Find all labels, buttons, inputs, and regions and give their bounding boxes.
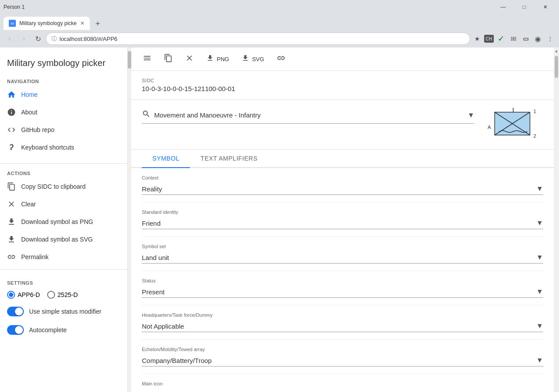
bookmark-icon[interactable]: ★: [472, 33, 482, 44]
2525d-radio[interactable]: [47, 291, 55, 299]
standard-identity-select[interactable]: Friend ▼: [142, 217, 543, 229]
standard-identity-label: Standard identity: [142, 209, 543, 215]
back-button[interactable]: ‹: [4, 33, 16, 45]
extension2-icon[interactable]: ✓: [496, 33, 506, 44]
clear-label: Clear: [21, 201, 36, 208]
nav-section: Navigation Home About GitHub repo: [0, 75, 127, 160]
png-button[interactable]: PNG: [202, 51, 233, 66]
search-dropdown-arrow[interactable]: ▼: [467, 111, 474, 119]
app-toolbar: PNG SVG: [131, 48, 554, 71]
form-section: Context Reality ▼ Standard identity Frie…: [131, 168, 554, 392]
url-icon: ⓘ: [52, 35, 57, 43]
download-png-icon: [7, 217, 16, 226]
browser-tab[interactable]: M Military symbology picke ✕: [4, 17, 90, 30]
status-label: Status: [142, 278, 543, 283]
clear-toolbar-button[interactable]: [181, 51, 198, 67]
status-select[interactable]: Present ▼: [142, 286, 543, 298]
sidc-label: SIDC: [142, 78, 543, 83]
standard-identity-arrow: ▼: [536, 219, 543, 227]
search-icon: [142, 110, 151, 121]
search-box[interactable]: ▼: [142, 107, 474, 124]
2525d-label: 2525-D: [58, 291, 78, 298]
tab-close-button[interactable]: ✕: [80, 20, 85, 26]
url-box[interactable]: ⓘ localhost:8080/#/APP6: [46, 33, 470, 45]
symbol-preview-area: A 1 2: [481, 107, 543, 142]
search-input[interactable]: [154, 111, 464, 119]
symbol-set-arrow: ▼: [536, 253, 543, 261]
sidebar-item-keyboard[interactable]: Keyboard shortcuts: [0, 139, 127, 156]
sidebar: Military symbology picker Navigation Hom…: [0, 48, 128, 392]
svg-button[interactable]: SVG: [237, 51, 268, 66]
home-icon: [7, 90, 16, 99]
menu-icon[interactable]: ⋮: [545, 33, 555, 44]
sidebar-item-home[interactable]: Home: [0, 86, 127, 103]
hq-select[interactable]: Not Applicable ▼: [142, 320, 543, 332]
menu-button[interactable]: [138, 51, 156, 67]
simple-status-toggle[interactable]: [7, 307, 24, 316]
autocomplete-toggle[interactable]: [7, 325, 24, 335]
tab-symbol[interactable]: SYMBOL: [142, 150, 190, 168]
main-icon-label: Main icon: [142, 381, 543, 386]
app6d-radio[interactable]: [7, 291, 15, 299]
reload-button[interactable]: ↻: [32, 33, 44, 45]
main-scroll-thumb[interactable]: [555, 56, 558, 78]
sidebar-scrollbar[interactable]: [128, 48, 131, 392]
field-symbol-set: Symbol set Land unit ▼: [142, 237, 543, 271]
title-bar: Person 1 — □ ✕: [0, 0, 559, 14]
sidebar-scroll-thumb[interactable]: [128, 51, 131, 69]
tab-favicon: M: [9, 20, 16, 27]
action-permalink[interactable]: Permalink: [0, 248, 127, 266]
download-icon-svg: [241, 54, 249, 64]
main-scrollbar[interactable]: ▲: [554, 48, 559, 392]
forward-button[interactable]: ›: [18, 33, 30, 45]
symbol-set-select[interactable]: Land unit ▼: [142, 252, 543, 264]
field-echelon: Echelon/Mobility/Towed array Company/Bat…: [142, 340, 543, 374]
link-icon: [277, 54, 285, 64]
echelon-value: Company/Battery/Troop: [142, 357, 212, 364]
extension5-icon[interactable]: ◉: [533, 33, 543, 44]
standard-identity-value: Friend: [142, 220, 161, 227]
hq-value: Not Applicable: [142, 322, 184, 330]
sidebar-item-github[interactable]: GitHub repo: [0, 121, 127, 139]
copy-sidc-label: Copy SIDC to clipboard: [21, 183, 85, 190]
main-content: PNG SVG SIDC 10-0-3-10-0-0-15-121100-: [131, 48, 554, 392]
status-value: Present: [142, 288, 165, 296]
extension3-icon[interactable]: ✉: [508, 33, 518, 44]
actions-label: Actions: [0, 167, 127, 178]
app6d-option[interactable]: APP6-D: [7, 291, 40, 299]
permalink-toolbar-button[interactable]: [272, 51, 290, 67]
copy-toolbar-button[interactable]: [159, 51, 177, 67]
action-download-svg[interactable]: Download symbol as SVG: [0, 231, 127, 248]
copy-icon: [7, 182, 16, 191]
military-symbol-svg: A 1 2: [486, 107, 539, 142]
about-icon: [7, 108, 16, 117]
symbol-set-label: Symbol set: [142, 244, 543, 249]
action-clear[interactable]: Clear: [0, 195, 127, 213]
search-preview-row: ▼ A: [131, 100, 554, 150]
maximize-button[interactable]: □: [514, 0, 534, 14]
action-copy-sidc[interactable]: Copy SIDC to clipboard: [0, 178, 127, 195]
search-left: ▼: [142, 107, 474, 124]
png-label: PNG: [217, 56, 229, 62]
main-icon-select[interactable]: Movement and Manoeuvre - Infantry ▼: [142, 389, 543, 392]
hq-arrow: ▼: [536, 322, 543, 330]
action-download-png[interactable]: Download symbol as PNG: [0, 213, 127, 231]
download-png-label: Download symbol as PNG: [21, 218, 93, 225]
field-hq: Headquarters/Task force/Dummy Not Applic…: [142, 305, 543, 340]
extension1-icon[interactable]: CH: [484, 35, 494, 43]
2525d-option[interactable]: 2525-D: [47, 291, 78, 299]
hamburger-icon: [143, 54, 152, 64]
close-button[interactable]: ✕: [535, 0, 555, 14]
new-tab-button[interactable]: +: [92, 18, 104, 30]
sidebar-item-about[interactable]: About: [0, 103, 127, 121]
svg-label: SVG: [252, 56, 264, 62]
permalink-icon: [7, 253, 16, 261]
extension4-icon[interactable]: ▭: [520, 33, 531, 44]
context-select[interactable]: Reality ▼: [142, 183, 543, 195]
permalink-label: Permalink: [21, 253, 48, 260]
echelon-select[interactable]: Company/Battery/Troop ▼: [142, 355, 543, 366]
field-standard-identity: Standard identity Friend ▼: [142, 202, 543, 237]
minimize-button[interactable]: —: [493, 0, 513, 14]
tabs-section: SYMBOL TEXT AMPLIFIERS: [131, 150, 554, 168]
tab-text-amplifiers[interactable]: TEXT AMPLIFIERS: [190, 150, 268, 168]
